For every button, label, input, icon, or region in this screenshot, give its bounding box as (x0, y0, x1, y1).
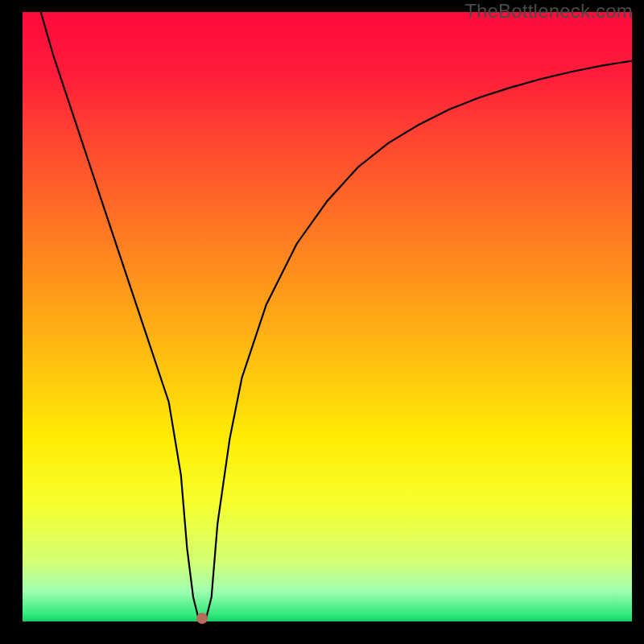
watermark-text: TheBottleneck.com (464, 0, 633, 23)
chart-plot-area (23, 12, 632, 621)
optimal-point-marker (196, 613, 208, 624)
bottleneck-curve (23, 12, 632, 621)
